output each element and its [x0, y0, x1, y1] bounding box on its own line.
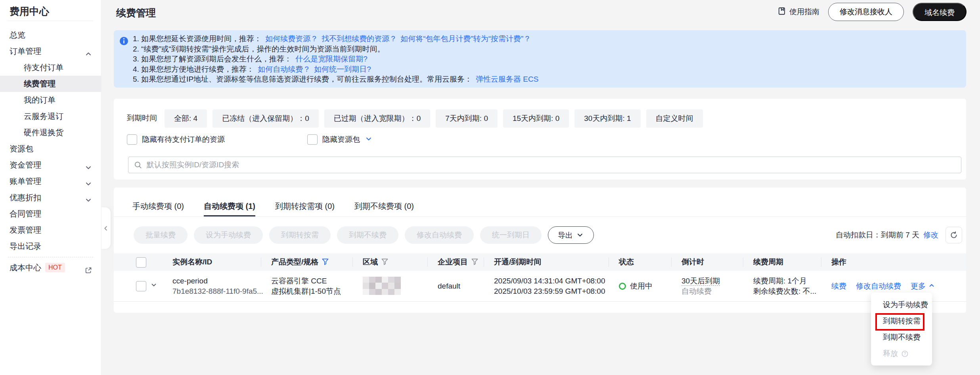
mosaic-block: [375, 289, 382, 295]
dropdown-item-label: 释放: [883, 345, 898, 362]
sidebar-collapse-handle[interactable]: [101, 207, 111, 249]
mosaic-block: [369, 289, 375, 295]
到期转按需-button[interactable]: 到期转按需: [269, 226, 331, 244]
sidebar-item-账单管理[interactable]: 账单管理: [0, 173, 101, 189]
search-input[interactable]: [146, 158, 901, 172]
批量续费-button[interactable]: 批量续费: [134, 226, 188, 244]
row-checkbox[interactable]: [136, 281, 146, 291]
sidebar-item-导出记录[interactable]: 导出记录: [0, 238, 101, 254]
countdown-text: 30天后到期: [681, 277, 720, 286]
banner-link[interactable]: 如何续费资源？: [265, 34, 318, 43]
column-header-企业项目: 企业项目: [438, 253, 479, 271]
usage-guide-link[interactable]: 使用指南: [777, 7, 819, 17]
mosaic-block: [394, 283, 401, 289]
sidebar-item-我的订单[interactable]: 我的订单: [0, 92, 101, 108]
status-cell: 使用中: [619, 281, 653, 291]
到期不续费-button[interactable]: 到期不续费: [337, 226, 398, 244]
sidebar-item-label: 资源包: [10, 144, 33, 153]
mosaic-block: [394, 289, 401, 295]
banner-link[interactable]: 找不到想续费的资源？: [322, 34, 397, 43]
sidebar-item-合同管理[interactable]: 合同管理: [0, 206, 101, 222]
column-header-倒计时: 倒计时: [681, 253, 704, 271]
sidebar-item-云服务退订[interactable]: 云服务退订: [0, 108, 101, 124]
统一到期日-button[interactable]: 统一到期日: [480, 226, 542, 244]
autopay-label: 自动扣款日：到期前 7 天: [836, 230, 919, 240]
banner-link[interactable]: 弹性云服务器 ECS: [476, 75, 538, 83]
status-text: 使用中: [630, 281, 653, 291]
chevron-down-icon[interactable]: [365, 135, 373, 145]
sidebar-title: 费用中心: [10, 5, 49, 18]
sidebar-item-总览[interactable]: 总览: [0, 27, 101, 43]
banner-link[interactable]: 如何将“包年包月计费”转为“按需计费”？: [400, 34, 531, 43]
banner-link[interactable]: 如何自动续费？: [258, 65, 310, 73]
info-icon: [119, 36, 128, 47]
sidebar-item-成本中心[interactable]: 成本中心HOT: [0, 260, 101, 276]
column-header-状态: 状态: [619, 253, 634, 271]
tab-到期转按需项 (0)[interactable]: 到期转按需项 (0): [275, 196, 335, 216]
refresh-button[interactable]: [946, 227, 962, 243]
export-button[interactable]: 导出: [548, 226, 594, 244]
banner-link[interactable]: 如何统一到期日?: [314, 65, 371, 73]
filter-chip[interactable]: 全部: 4: [165, 109, 207, 128]
filter-funnel-icon[interactable]: [378, 258, 389, 266]
sidebar-divider: [8, 21, 93, 21]
sidebar-item-资源包[interactable]: 资源包: [0, 141, 101, 157]
sidebar-item-发票管理[interactable]: 发票管理: [0, 222, 101, 238]
tab-手动续费项 (0)[interactable]: 手动续费项 (0): [132, 196, 184, 216]
filter-chip[interactable]: 7天内到期: 0: [436, 109, 498, 128]
filter-chip[interactable]: 已过期（进入宽限期）：0: [324, 109, 431, 128]
start-time: 2025/09/03 14:31:04 GMT+08:00: [494, 276, 605, 286]
tab-自动续费项 (1)[interactable]: 自动续费项 (1): [204, 196, 255, 216]
设为手动续费-button[interactable]: 设为手动续费: [194, 226, 263, 244]
renew-action-link[interactable]: 续费: [831, 281, 846, 291]
renew-remaining: 剩余续费次数: 不...: [753, 287, 816, 296]
filter-funnel-icon[interactable]: [318, 258, 329, 266]
modify-autorenew-action-link[interactable]: 修改自动续费: [856, 281, 901, 291]
mosaic-block: [394, 277, 401, 283]
mosaic-block: [388, 283, 394, 289]
usage-guide-label: 使用指南: [789, 7, 819, 17]
sidebar-item-优惠折扣[interactable]: 优惠折扣: [0, 189, 101, 206]
expire-filter-chips: 全部: 4已冻结（进入保留期）：0已过期（进入宽限期）：07天内到期: 015天…: [165, 109, 703, 128]
dropdown-item-到期不续费[interactable]: 到期不续费: [871, 329, 932, 345]
mosaic-block: [382, 283, 388, 289]
domain-renew-button[interactable]: 域名续费: [913, 3, 967, 21]
dropdown-item-释放[interactable]: 释放?: [871, 345, 932, 362]
filter-chip[interactable]: 30天内到期: 1: [574, 109, 640, 128]
autopay-modify-link[interactable]: 修改: [923, 230, 938, 240]
sidebar-item-订单管理[interactable]: 订单管理: [0, 43, 101, 59]
select-all-checkbox[interactable]: [136, 257, 146, 268]
banner-link[interactable]: 什么是宽限期保留期?: [295, 55, 368, 63]
filter-chip[interactable]: 自定义时间: [646, 109, 703, 128]
filter-chip[interactable]: 15天内到期: 0: [503, 109, 569, 128]
column-header-区域: 区域: [363, 253, 389, 271]
column-divider: [484, 257, 484, 267]
sidebar-dashed-divider: [8, 257, 93, 257]
column-header-产品类型/规格: 产品类型/规格: [271, 253, 329, 271]
mosaic-block: [369, 283, 375, 289]
dropdown-item-设为手动续费[interactable]: 设为手动续费: [871, 297, 932, 313]
sidebar-item-硬件退换货[interactable]: 硬件退换货: [0, 124, 101, 141]
filter-funnel-icon[interactable]: [468, 258, 479, 266]
hide-resource-pack-checkbox[interactable]: [307, 134, 318, 145]
dropdown-item-label: 到期不续费: [883, 329, 921, 345]
row-expand-chevron-icon[interactable]: [150, 281, 157, 290]
banner-text: 1. 如果您想延长资源使用时间，推荐：: [133, 34, 262, 43]
book-icon: [777, 7, 786, 17]
mosaic-block: [388, 277, 394, 283]
sidebar-item-label: 硬件退换货: [24, 128, 63, 137]
banner-line: 1. 如果您想延长资源使用时间，推荐：如何续费资源？找不到想续费的资源？如何将“…: [133, 34, 958, 44]
sidebar-item-待支付订单[interactable]: 待支付订单: [0, 59, 101, 76]
修改自动续费-button[interactable]: 修改自动续费: [405, 226, 474, 244]
modify-message-receiver-button[interactable]: 修改消息接收人: [828, 3, 904, 21]
banner-line: 4. 如果您想方便地进行续费，推荐：如何自动续费？如何统一到期日?: [133, 64, 958, 75]
hide-pending-order-checkbox[interactable]: [127, 134, 137, 145]
sidebar-item-资金管理[interactable]: 资金管理: [0, 157, 101, 173]
renewal-management-page: 费用中心 总览订单管理待支付订单续费管理我的订单云服务退订硬件退换货资源包资金管…: [0, 0, 980, 375]
banner-text: 2. “续费”或“到期转按需”操作完成后，操作的生效时间为资源当前到期时间。: [133, 45, 385, 53]
filter-panel: 到期时间 全部: 4已冻结（进入保留期）：0已过期（进入宽限期）：07天内到期:…: [114, 99, 966, 180]
sidebar-item-续费管理[interactable]: 续费管理: [0, 76, 101, 92]
more-action-link[interactable]: 更多: [911, 281, 935, 291]
tab-到期不续费项 (0)[interactable]: 到期不续费项 (0): [354, 196, 414, 216]
filter-chip[interactable]: 已冻结（进入保留期）：0: [212, 109, 319, 128]
